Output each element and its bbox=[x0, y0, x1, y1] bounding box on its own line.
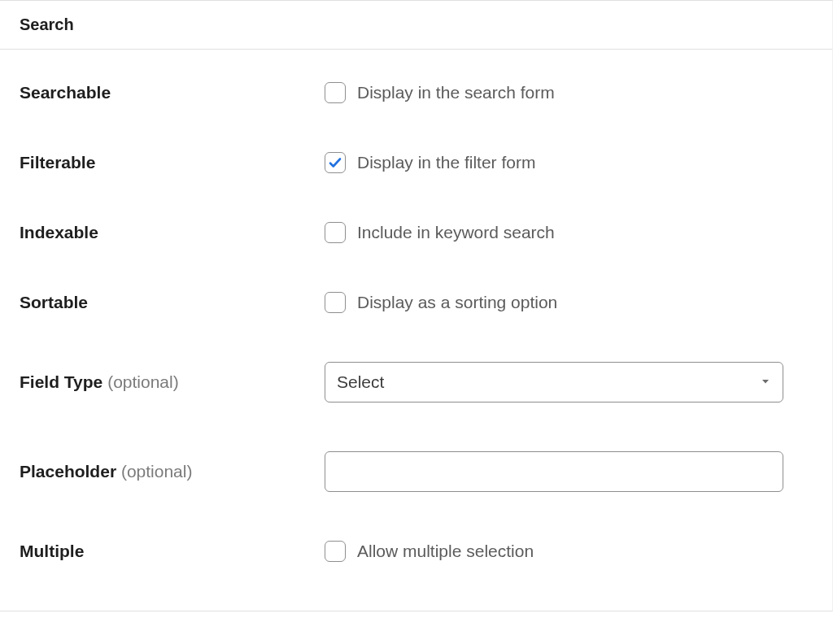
filterable-checkbox[interactable] bbox=[325, 152, 346, 173]
multiple-desc: Allow multiple selection bbox=[357, 542, 534, 561]
searchable-checkbox[interactable] bbox=[325, 82, 346, 103]
placeholder-input[interactable] bbox=[325, 451, 783, 492]
multiple-label: Multiple bbox=[20, 542, 325, 561]
row-indexable: Indexable Include in keyword search bbox=[20, 198, 813, 268]
panel-body: Searchable Display in the search form Fi… bbox=[0, 50, 832, 611]
search-panel: Search Searchable Display in the search … bbox=[0, 0, 833, 611]
multiple-checkbox[interactable] bbox=[325, 541, 346, 562]
row-multiple: Multiple Allow multiple selection bbox=[20, 516, 813, 586]
check-icon bbox=[328, 155, 342, 170]
fieldtype-select[interactable]: Select bbox=[325, 362, 783, 402]
sortable-label: Sortable bbox=[20, 293, 325, 312]
row-searchable: Searchable Display in the search form bbox=[20, 58, 813, 128]
indexable-desc: Include in keyword search bbox=[357, 223, 555, 242]
row-fieldtype: Field Type (optional) Select bbox=[20, 337, 813, 427]
panel-title: Search bbox=[0, 1, 832, 50]
searchable-label: Searchable bbox=[20, 83, 325, 102]
row-sortable: Sortable Display as a sorting option bbox=[20, 268, 813, 337]
sortable-desc: Display as a sorting option bbox=[357, 293, 557, 312]
placeholder-optional: (optional) bbox=[121, 462, 193, 481]
filterable-desc: Display in the filter form bbox=[357, 153, 535, 172]
fieldtype-label: Field Type (optional) bbox=[20, 372, 325, 392]
placeholder-label: Placeholder (optional) bbox=[20, 462, 325, 481]
indexable-label: Indexable bbox=[20, 223, 325, 242]
sortable-checkbox[interactable] bbox=[325, 292, 346, 313]
searchable-desc: Display in the search form bbox=[357, 83, 555, 102]
row-placeholder: Placeholder (optional) bbox=[20, 427, 813, 516]
filterable-label: Filterable bbox=[20, 153, 325, 172]
fieldtype-optional: (optional) bbox=[107, 372, 179, 391]
row-filterable: Filterable Display in the filter form bbox=[20, 128, 813, 198]
indexable-checkbox[interactable] bbox=[325, 222, 346, 243]
